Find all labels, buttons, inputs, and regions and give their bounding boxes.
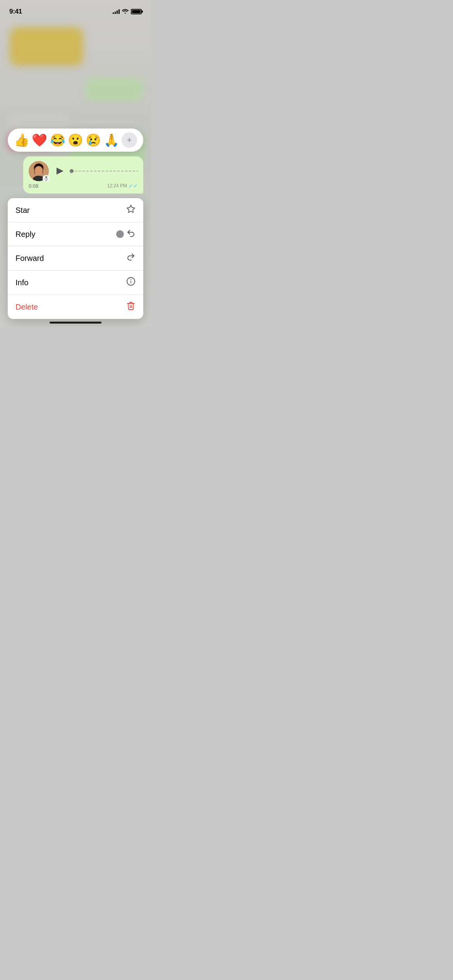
status-icons [113,9,142,15]
reply-circle [116,230,124,238]
avatar-container [29,161,49,181]
emoji-pray[interactable]: 🙏 [104,134,119,146]
emoji-cry[interactable]: 😢 [86,134,101,146]
signal-icon [113,9,120,14]
context-menu: Star Reply Forward [8,198,143,319]
main-content: 👍 ❤️ 😂 😮 😢 🙏 + [0,0,151,327]
menu-item-star[interactable]: Star [8,198,143,223]
signal-bar-1 [113,12,114,14]
mic-badge [43,175,50,182]
play-button[interactable] [53,164,66,178]
voice-time-area: 12:24 PM ✓✓ [107,183,138,189]
star-icon [126,204,136,216]
emoji-heart[interactable]: ❤️ [32,134,47,146]
emoji-laugh[interactable]: 😂 [50,134,65,146]
read-receipt-icon: ✓✓ [129,183,138,189]
signal-bar-4 [118,9,120,14]
forward-icon [126,252,136,264]
emoji-surprised[interactable]: 😮 [68,134,83,146]
waveform-progress-dot [70,169,74,173]
battery-icon [131,9,142,14]
emoji-thumbsup[interactable]: 👍 [14,134,29,146]
voice-time: 12:24 PM [107,183,127,188]
emoji-more-button[interactable]: + [122,132,137,148]
home-indicator [50,322,101,324]
menu-label-star: Star [15,206,30,215]
menu-item-forward[interactable]: Forward [8,246,143,271]
info-icon [126,277,136,288]
plus-icon: + [127,135,132,145]
status-bar: 9:41 [0,0,151,18]
menu-item-reply[interactable]: Reply [8,223,143,246]
status-time: 9:41 [9,8,22,15]
signal-bar-3 [117,10,118,14]
signal-bar-2 [115,12,116,14]
emoji-reaction-bar[interactable]: 👍 ❤️ 😂 😮 😢 🙏 + [8,128,143,152]
reply-arrow-icon [126,229,136,240]
waveform-line [70,169,138,173]
menu-item-info[interactable]: Info [8,271,143,295]
waveform-area [70,169,138,173]
reply-icon-group [116,229,136,240]
menu-label-delete: Delete [15,303,38,312]
battery-fill [132,10,141,13]
svg-marker-7 [127,205,135,212]
wifi-icon [122,9,129,15]
menu-item-delete[interactable]: Delete [8,295,143,319]
play-icon [57,168,63,175]
menu-label-info: Info [15,278,28,287]
menu-label-forward: Forward [15,254,44,263]
voice-meta: 0:08 12:24 PM ✓✓ [29,183,138,189]
svg-rect-4 [45,176,47,179]
voice-duration: 0:08 [29,183,38,189]
waveform-track [75,171,138,171]
delete-icon [126,301,136,313]
voice-message-bubble: 0:08 12:24 PM ✓✓ [23,156,143,194]
menu-label-reply: Reply [15,230,35,239]
svg-point-3 [35,166,43,175]
